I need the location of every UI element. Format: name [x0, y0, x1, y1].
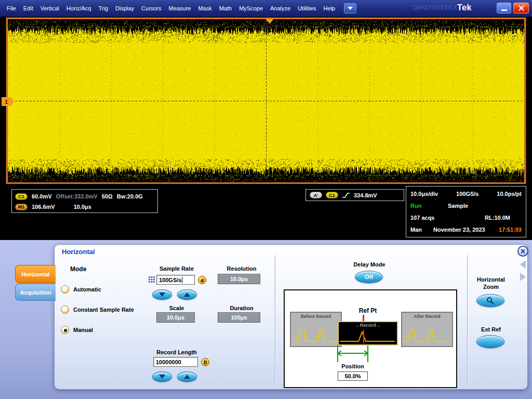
delay-mode-label: Delay Mode [333, 261, 406, 268]
ch1-readout-row: C1 60.0mV Offset:332.0mV 50Ω Bw:20.0G [15, 191, 154, 202]
readout-bar: C1 60.0mV Offset:332.0mV 50Ω Bw:20.0G M1… [0, 184, 532, 240]
menu-dropdown-button[interactable] [344, 3, 356, 14]
chevron-down-icon [348, 7, 353, 10]
delay-mode-off-button[interactable]: Off [355, 271, 383, 283]
arrow-up-icon [184, 292, 190, 297]
radio-constant-sample-rate-circle[interactable] [61, 305, 69, 314]
ch1-bandwidth-readout: Bw:20.0G [117, 193, 143, 200]
ref-pt-marker [363, 315, 364, 321]
menu-cursors[interactable]: Cursors [138, 0, 165, 17]
menu-mask[interactable]: Mask [194, 0, 215, 17]
menu-horiz-acq[interactable]: Horiz/Acq [63, 0, 95, 17]
menu-analyze[interactable]: Analyze [267, 0, 294, 17]
menu-file[interactable]: File [3, 0, 20, 17]
radio-constant-sample-rate-label: Constant Sample Rate [73, 307, 134, 313]
date-readout: November 23, 2023 [433, 227, 499, 233]
minimize-button[interactable] [497, 3, 511, 14]
waveform-canvas [8, 19, 524, 182]
arrow-up-icon [184, 375, 190, 379]
arrow-down-icon [159, 375, 165, 379]
status-readout-box: 10.0μs/div 100GS/s 10.0ps/pt Run Sample … [406, 186, 526, 237]
sample-rate-input[interactable]: 100GS/s [156, 275, 195, 285]
tab-horizontal[interactable]: Horizontal [15, 265, 56, 283]
samplerate-readout: 100GS/s [456, 191, 478, 197]
ext-ref-button[interactable] [476, 335, 504, 348]
dialog-close-button[interactable] [517, 246, 528, 257]
record-length-increase-button[interactable] [177, 371, 197, 382]
status-line-run: Run Sample [410, 203, 522, 209]
ch1-scale-readout: 60.0mV [32, 193, 52, 200]
acq-mode-readout: Sample [448, 203, 468, 209]
menu-trig[interactable]: Trig [95, 0, 112, 17]
radio-manual-circle[interactable] [61, 326, 69, 334]
sample-rate-increase-button[interactable] [177, 289, 197, 300]
timebase-readout: 10.0μs/div [410, 191, 438, 197]
record-waveform [339, 329, 397, 344]
mode-heading: Mode [70, 265, 101, 273]
position-label: Position [329, 363, 377, 369]
arrow-down-icon [159, 292, 165, 297]
multipurpose-knob-a-badge: a [198, 276, 206, 284]
time-readout: 17:51:03 [499, 227, 522, 233]
menu-vertical[interactable]: Vertical [37, 0, 63, 17]
sample-rate-value: 100GS/s [159, 277, 181, 283]
radio-automatic[interactable]: Automatic [61, 285, 101, 294]
m1-readout-row: M1 106.6mV 10.0μs [15, 202, 154, 212]
horizontal-zoom-button[interactable] [476, 294, 504, 307]
close-icon [521, 249, 525, 254]
close-window-button[interactable] [513, 3, 529, 14]
menu-myscope[interactable]: MyScope [235, 0, 267, 17]
radio-manual[interactable]: Manual [61, 326, 93, 334]
channel-readout-box: C1 60.0mV Offset:332.0mV 50Ω Bw:20.0G M1… [11, 189, 158, 213]
ext-ref-label: Ext Ref [469, 326, 513, 332]
radio-constant-sample-rate[interactable]: Constant Sample Rate [61, 305, 134, 314]
trigger-source-badge: C1 [326, 192, 338, 198]
radio-automatic-circle[interactable] [61, 285, 69, 294]
radio-automatic-label: Automatic [73, 286, 101, 292]
model-watermark: DPO75002SX [413, 4, 457, 11]
nav-previous-icon[interactable] [520, 260, 526, 269]
record-length-label: Record Length [141, 349, 212, 355]
menu-help[interactable]: Help [320, 0, 339, 17]
run-state-readout: Run [410, 203, 448, 209]
position-dimension-lines [337, 344, 370, 363]
tab-acquisition[interactable]: Acquisition [15, 284, 56, 301]
sample-rate-label: Sample Rate [143, 265, 210, 272]
scale-label: Scale [143, 305, 210, 311]
nav-next-icon[interactable] [520, 273, 526, 281]
m1-timebase-readout: 10.0μs [74, 204, 91, 210]
resolution-value-box: 10.0ps [218, 274, 260, 284]
menu-math[interactable]: Math [216, 0, 235, 17]
menu-bar: File Edit Vertical Horiz/Acq Trig Displa… [0, 0, 532, 17]
before-record-label: Before Record [291, 314, 341, 319]
menu-edit[interactable]: Edit [20, 0, 37, 17]
resolution-label: Resolution [216, 265, 268, 272]
dialog-title: Horizontal [62, 248, 95, 256]
keypad-icon[interactable] [149, 276, 155, 283]
record-diagram: Ref Pt Before Record After Record ←Recor… [284, 289, 457, 388]
record-label: ←Record→ [339, 323, 397, 328]
trigger-readout-box: A' C1 334.8mV [305, 189, 404, 201]
ref-pt-label: Ref Pt [343, 307, 393, 314]
after-record-waveform [402, 326, 452, 345]
text-caret [182, 277, 182, 283]
menu-measure[interactable]: Measure [165, 0, 195, 17]
status-line-acqs: 107 acqs RL:10.0M [410, 215, 522, 221]
duration-label: Duration [216, 305, 268, 311]
waveform-display: 1 [6, 18, 526, 184]
menu-utilities[interactable]: Utilities [294, 0, 320, 17]
sample-rate-decrease-button[interactable] [152, 289, 172, 300]
divider [467, 255, 468, 384]
after-record-label: After Record [402, 314, 452, 319]
record-box: ←Record→ [338, 321, 398, 345]
tek-logo: Tek [457, 3, 472, 12]
resolution-readout: 10.0ps/pt [497, 191, 522, 197]
trig-mode-readout: Man [410, 227, 433, 233]
record-length-decrease-button[interactable] [152, 371, 172, 382]
before-record-waveform [291, 326, 341, 345]
math1-badge[interactable]: M1 [15, 204, 28, 210]
channel1-badge[interactable]: C1 [15, 193, 28, 200]
record-length-input[interactable]: 10000000 [153, 357, 198, 367]
duration-value-box: 100μs [218, 312, 260, 323]
menu-display[interactable]: Display [112, 0, 138, 17]
